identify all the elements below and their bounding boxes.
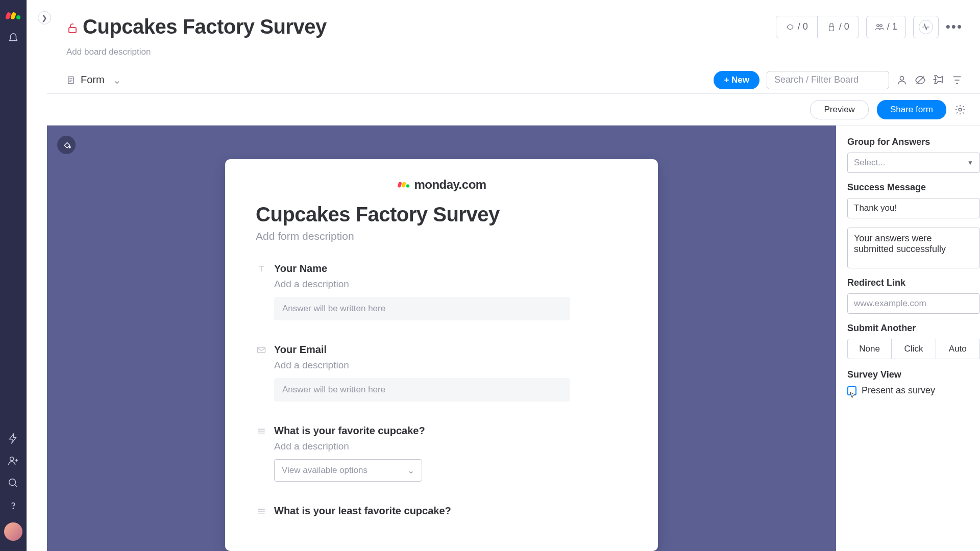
- search-placeholder-text: Search / Filter Board: [774, 74, 859, 85]
- form-brand[interactable]: monday.com: [256, 178, 627, 192]
- left-nav-rail: [0, 0, 27, 551]
- svg-point-4: [876, 24, 879, 27]
- view-tab-label: Form: [81, 74, 105, 86]
- board-options-menu[interactable]: •••: [946, 19, 963, 35]
- submit-option-none[interactable]: None: [848, 339, 891, 359]
- chevron-down-icon: ⌄: [407, 465, 414, 476]
- settings-submit-another-label: Submit Another: [847, 323, 980, 334]
- cursor-icon: [848, 390, 857, 402]
- svg-point-5: [879, 24, 882, 27]
- integrations-count[interactable]: / 0: [817, 16, 859, 38]
- form-field[interactable]: Your Name Add a description Answer will …: [256, 263, 627, 320]
- integrations-icon: [827, 22, 836, 32]
- preview-button[interactable]: Preview: [810, 100, 868, 119]
- automations-count-text: / 0: [798, 21, 808, 32]
- form-card: monday.com Cupcakes Factory Survey Add f…: [225, 159, 658, 551]
- monday-logo-icon: [398, 180, 409, 189]
- hide-columns-icon[interactable]: [915, 74, 926, 86]
- share-form-button[interactable]: Share form: [877, 100, 946, 119]
- svg-point-7: [900, 76, 903, 80]
- svg-point-8: [959, 108, 962, 111]
- search-icon[interactable]: [8, 478, 19, 489]
- field-answer-placeholder: Answer will be written here: [274, 378, 570, 402]
- board-description-placeholder[interactable]: Add board description: [66, 47, 151, 57]
- success-title-input[interactable]: Thank you!: [847, 198, 980, 218]
- help-icon[interactable]: [8, 500, 19, 511]
- notifications-icon[interactable]: [8, 33, 19, 44]
- submit-option-click[interactable]: Click: [891, 339, 935, 359]
- invite-members-icon[interactable]: [8, 455, 19, 466]
- private-board-icon: [66, 22, 79, 34]
- svg-rect-3: [69, 28, 76, 33]
- form-actions-bar: Preview Share form: [47, 94, 980, 126]
- svg-point-1: [9, 479, 16, 486]
- form-settings-icon[interactable]: [954, 104, 966, 115]
- background-color-picker[interactable]: [57, 136, 76, 154]
- paint-bucket-icon: [62, 140, 71, 149]
- board-title[interactable]: Cupcakes Factory Survey: [83, 15, 327, 38]
- members-count-text: / 1: [887, 21, 897, 32]
- form-field[interactable]: What is your favorite cupcake? Add a des…: [256, 425, 627, 482]
- field-description[interactable]: Add a description: [274, 441, 627, 452]
- automations-icon: [786, 22, 795, 32]
- settings-redirect-label: Redirect Link: [847, 278, 980, 288]
- select-placeholder: Select...: [854, 158, 885, 168]
- redirect-link-input[interactable]: www.example.com: [847, 293, 980, 314]
- pin-icon[interactable]: [933, 74, 944, 86]
- field-description[interactable]: Add a description: [274, 360, 627, 371]
- submit-option-auto[interactable]: Auto: [936, 339, 979, 359]
- settings-success-label: Success Message: [847, 182, 980, 193]
- form-builder-canvas: monday.com Cupcakes Factory Survey Add f…: [47, 126, 836, 551]
- form-view-icon: [66, 76, 76, 85]
- brand-text: monday.com: [414, 178, 486, 192]
- field-description[interactable]: Add a description: [274, 279, 627, 290]
- settings-survey-view-label: Survey View: [847, 369, 980, 380]
- board-search-input[interactable]: Search / Filter Board: [767, 71, 889, 89]
- settings-group-label: Group for Answers: [847, 137, 980, 147]
- success-body-input[interactable]: Your answers were submitted successfully: [847, 228, 980, 268]
- view-tab-form[interactable]: Form ⌄: [66, 74, 121, 86]
- field-answer-placeholder: Answer will be written here: [274, 297, 570, 320]
- filter-icon[interactable]: [951, 74, 963, 86]
- bolt-icon[interactable]: [8, 433, 19, 444]
- person-filter-icon[interactable]: [896, 74, 908, 86]
- submit-another-segment: None Click Auto: [847, 339, 980, 359]
- automations-count[interactable]: / 0: [776, 16, 817, 38]
- activity-icon: [921, 22, 930, 32]
- form-field[interactable]: What is your least favorite cupcake?: [256, 505, 627, 517]
- form-description-placeholder[interactable]: Add form description: [256, 230, 627, 242]
- form-settings-panel: Group for Answers Select... ▼ Success Me…: [836, 126, 980, 551]
- chevron-down-icon: ▼: [967, 159, 973, 166]
- monday-logo-icon[interactable]: [6, 10, 20, 21]
- svg-point-0: [10, 457, 14, 461]
- view-tab-caret-icon: ⌄: [113, 74, 121, 86]
- form-field[interactable]: Your Email Add a description Answer will…: [256, 344, 627, 402]
- field-select[interactable]: View available options ⌄: [274, 459, 422, 482]
- field-label: What is your favorite cupcake?: [274, 425, 425, 437]
- svg-rect-9: [258, 347, 265, 353]
- form-title[interactable]: Cupcakes Factory Survey: [256, 203, 627, 226]
- present-as-survey-label: Present as survey: [862, 385, 935, 396]
- views-bar: Form ⌄ + New Search / Filter Board: [47, 66, 980, 94]
- dropdown-field-icon: [256, 428, 267, 435]
- board-header: Cupcakes Factory Survey / 0 / 0 / 1 •••: [47, 0, 980, 42]
- dropdown-field-icon: [256, 508, 267, 515]
- field-label: Your Email: [274, 344, 327, 356]
- field-label: Your Name: [274, 263, 327, 274]
- integrations-count-text: / 0: [839, 21, 849, 32]
- svg-point-2: [13, 508, 13, 509]
- group-for-answers-select[interactable]: Select... ▼: [847, 153, 980, 173]
- user-avatar[interactable]: [4, 522, 22, 541]
- field-label: What is your least favorite cupcake?: [274, 505, 451, 517]
- members-icon: [875, 22, 884, 32]
- board-members[interactable]: / 1: [866, 16, 906, 38]
- text-field-icon: [256, 264, 267, 273]
- add-view-button[interactable]: + New: [714, 71, 760, 89]
- select-placeholder: View available options: [282, 465, 368, 475]
- automations-integrations-pill: / 0 / 0: [776, 16, 859, 38]
- activity-log-button[interactable]: [913, 16, 939, 38]
- email-field-icon: [256, 346, 267, 354]
